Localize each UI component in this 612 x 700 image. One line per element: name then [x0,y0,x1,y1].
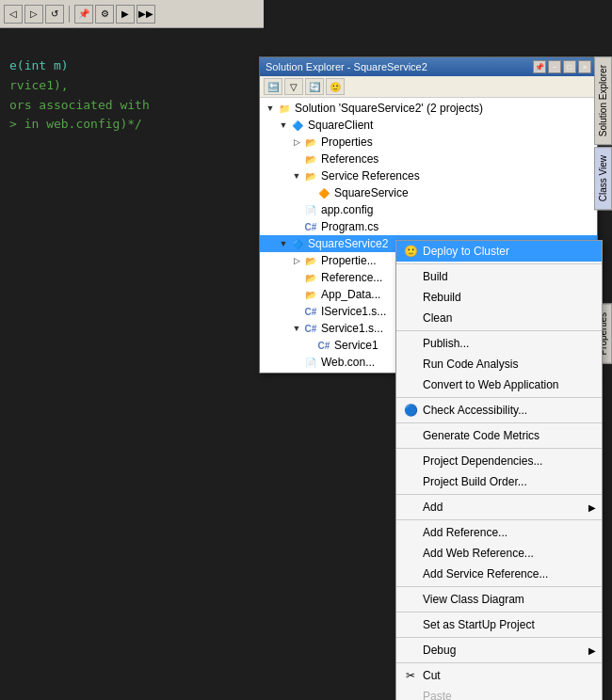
tree-service-refs[interactable]: ▼ 📂 Service References [260,167,597,184]
cm-build-order-label: Project Build Order... [423,475,527,488]
cm-deploy-label: Deploy to Cluster [423,245,509,258]
se-btn-1[interactable]: 🔙 [264,78,282,95]
properties1-label: Properties [321,135,373,149]
se-toolbar: 🔙 ▽ 🔄 🙂 [260,76,597,98]
properties2-label: Propertie... [321,254,377,267]
iservice1-icon: C# [303,304,318,319]
tree-appconfig[interactable]: 📄 app.config [260,201,597,218]
cm-add-reference[interactable]: Add Reference... [396,522,602,543]
service1-label: Service1.s... [321,322,383,335]
cm-debug[interactable]: Debug ▶ [396,640,602,660]
cm-convert-web[interactable]: Convert to Web Application [396,374,602,395]
cm-sep-9 [396,612,602,612]
cm-deploy-to-cluster[interactable]: 🙂 Deploy to Cluster [396,241,602,262]
cm-set-startup[interactable]: Set as StartUp Project [396,614,602,635]
toolbar-btn-2[interactable]: ▷ [24,5,43,24]
cm-add-service-ref[interactable]: Add Service Reference... [396,564,602,584]
toolbar-btn-4[interactable]: 📌 [74,5,93,24]
cm-deps-label: Project Dependencies... [423,454,542,468]
cm-project-deps[interactable]: Project Dependencies... [396,451,602,471]
code-line-8: > in web.config)*/ [9,115,254,135]
folder-icon-5: 📂 [303,270,318,285]
tree-properties-1[interactable]: ▷ 📂 Properties [260,134,597,151]
cm-cut[interactable]: ✂ Cut [396,665,602,686]
cm-build-order[interactable]: Project Build Order... [396,471,602,492]
se-btn-3[interactable]: 🔄 [305,78,324,95]
cm-startup-label: Set as StartUp Project [423,618,535,631]
cm-view-class-diagram[interactable]: View Class Diagram [396,589,602,610]
cm-add-web-ref[interactable]: Add Web Reference... [396,543,602,564]
accessibility-icon: 🔵 [402,402,419,419]
cm-sep-8 [396,586,602,587]
toolbar-btn-6[interactable]: ▶ [116,5,135,24]
solution-explorer-tab[interactable]: Solution Explorer [594,56,612,145]
folder-icon-1: 📂 [303,135,318,150]
cm-convert-web-label: Convert to Web Application [423,378,559,391]
cm-add-ref-label: Add Reference... [423,526,507,539]
cm-add-web-ref-label: Add Web Reference... [423,547,534,560]
cm-clean[interactable]: Clean [396,308,602,328]
cm-sep-7 [396,519,602,520]
cm-sep-10 [396,637,602,638]
cm-build[interactable]: Build [396,266,602,287]
toolbar-btn-7[interactable]: ▶▶ [137,5,155,24]
cm-check-accessibility[interactable]: 🔵 Check Accessibility... [396,400,602,421]
references1-label: References [321,152,378,166]
titlebar-maximize[interactable]: □ [563,60,576,73]
cm-add-service-ref-label: Add Service Reference... [423,567,548,581]
service-refs-label: Service References [321,169,420,183]
tree-references-1[interactable]: 📂 References [260,151,597,167]
service1child-label: Service1 [334,339,378,352]
folder-icon-3: 📂 [303,168,318,183]
servicerefs-expander: ▼ [290,171,303,181]
tree-programcs[interactable]: C# Program.cs [260,218,597,235]
code-line-1: e(int m) [9,56,254,76]
cm-generate-metrics[interactable]: Generate Code Metrics [396,425,602,446]
cm-publish-label: Publish... [423,337,469,350]
cm-debug-arrow: ▶ [588,645,596,656]
programcs-label: Program.cs [321,220,378,233]
cm-paste[interactable]: Paste [396,686,602,700]
folder-icon-2: 📂 [303,151,318,167]
ss2-icon: 🔷 [290,236,305,251]
cm-run-code-analysis[interactable]: Run Code Analysis [396,354,602,374]
toolbar-btn-3[interactable]: ↺ [45,5,64,24]
se-btn-2[interactable]: ▽ [284,78,303,95]
cm-publish[interactable]: Publish... [396,333,602,354]
webconfig-icon: 📄 [303,355,318,370]
service1-expander: ▼ [290,324,303,333]
se-btn-4[interactable]: 🙂 [326,78,345,95]
cm-sep-6 [396,494,602,495]
appconfig-label: app.config [321,203,373,216]
programcs-icon: C# [303,219,318,234]
service1-icon: C# [303,321,318,336]
cm-cut-label: Cut [423,669,441,682]
titlebar-minimize[interactable]: − [548,60,561,73]
tree-squareclient[interactable]: ▼ 🔷 SquareClient [260,117,597,134]
toolbar-btn-5[interactable]: ⚙ [95,5,114,24]
tree-squareservice[interactable]: 🔶 SquareService [260,184,597,201]
cm-accessibility-label: Check Accessibility... [423,404,527,417]
toolbar-btn-1[interactable]: ◁ [4,5,23,24]
appdata-label: App_Data... [321,288,380,301]
references2-label: Reference... [321,271,382,284]
cm-add[interactable]: Add ▶ [396,497,602,517]
tree-solution[interactable]: ▼ 📁 Solution 'SquareService2' (2 project… [260,100,597,117]
cm-paste-label: Paste [423,690,452,700]
solution-icon: 📁 [277,101,292,116]
titlebar-close[interactable]: × [578,60,591,73]
titlebar-pin[interactable]: 📌 [533,60,546,73]
cm-sep-4 [396,422,602,423]
solution-explorer-titlebar: Solution Explorer - SquareService2 📌 − □… [260,57,597,76]
scissors-icon: ✂ [402,667,419,684]
cm-add-label: Add [423,501,443,514]
service1child-icon: C# [316,338,331,353]
cm-sep-5 [396,448,602,449]
cm-rebuild[interactable]: Rebuild [396,287,602,308]
cm-add-arrow: ▶ [588,502,596,513]
solution-expander: ▼ [264,103,277,113]
class-view-tab[interactable]: Class View [594,147,612,210]
solution-label: Solution 'SquareService2' (2 projects) [295,102,483,115]
code-line-7: ors associated with [9,96,254,116]
ss2-expander: ▼ [277,239,290,248]
